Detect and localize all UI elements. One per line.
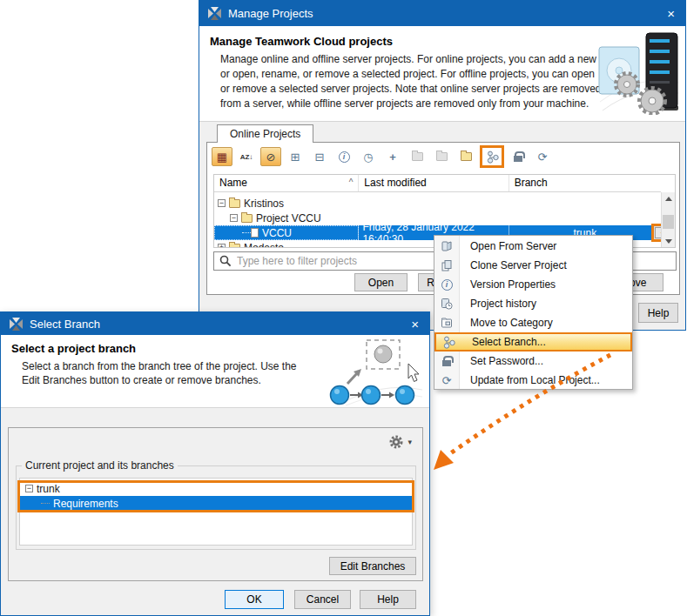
rename-project-button[interactable]: [431, 147, 452, 166]
history-icon: ◷: [363, 151, 373, 163]
update-icon: ⟳: [538, 151, 548, 163]
edit-branches-button[interactable]: Edit Branches: [329, 557, 416, 575]
menu-item-project-history[interactable]: Project history: [434, 294, 632, 313]
row-label: Kristinos: [244, 198, 284, 210]
menu-item-label: Version Properties: [470, 278, 556, 291]
version-properties-button[interactable]: i: [333, 147, 354, 166]
header-title: Select a project branch: [11, 342, 136, 355]
clone-server-project-icon: [434, 259, 459, 271]
expand-expander-icon[interactable]: [218, 244, 226, 247]
show-categorized-view-button[interactable]: ▦: [212, 147, 232, 166]
cancel-button[interactable]: Cancel: [294, 590, 351, 609]
scroll-up-button[interactable]: [662, 192, 676, 204]
folder-icon: [241, 214, 253, 223]
select-branch-icon: [486, 151, 499, 164]
menu-item-select-branch[interactable]: Select Branch...: [434, 332, 632, 352]
column-header-last-modified[interactable]: Last modified: [359, 175, 509, 191]
column-header-branch[interactable]: Branch: [509, 175, 661, 191]
arrowhead: [434, 450, 454, 470]
branch-selection-panel: ▾ Current project and its branches trunk…: [8, 427, 423, 581]
row-more-highlight-frame: ...: [651, 224, 661, 242]
menu-item-clone-server-project[interactable]: Clone Server Project: [434, 256, 632, 275]
menu-item-label: Move to Category: [470, 317, 553, 329]
menu-item-move-to-category[interactable]: Move to Category: [434, 313, 632, 332]
ok-button[interactable]: OK: [225, 590, 284, 609]
scroll-down-button[interactable]: [662, 235, 676, 247]
table-header-row: Name ^ Last modified Branch: [214, 175, 661, 192]
branch-highlight-frame: [17, 480, 414, 512]
menu-item-label: Update from Local Project...: [470, 374, 600, 386]
expand-all-icon: ⊞: [291, 151, 300, 163]
row-label: VCCU: [262, 227, 292, 239]
filter-icon: ⊘: [266, 151, 276, 163]
move-to-category-icon: [434, 317, 459, 329]
project-context-menu: Open From Server Clone Server Project i …: [434, 235, 633, 390]
branch-tree-illustration: [328, 338, 424, 407]
tree-connector: [242, 232, 251, 233]
collapse-all-button[interactable]: ⊟: [309, 147, 330, 166]
branch-tree: trunk Requirements: [19, 478, 413, 546]
move-to-category-button[interactable]: [455, 147, 476, 166]
menu-item-label: Project history: [470, 298, 536, 310]
manage-projects-header: Manage Teamwork Cloud projects Manage on…: [199, 26, 685, 122]
options-gear-button[interactable]: ▾: [389, 435, 412, 449]
add-project-button[interactable]: +: [382, 147, 403, 166]
move-to-category-icon: [461, 152, 472, 161]
collapse-expander-icon[interactable]: [230, 214, 238, 222]
groupbox-label: Current project and its branches: [22, 459, 178, 472]
expand-all-button[interactable]: ⊞: [285, 147, 306, 166]
column-header-name[interactable]: Name ^: [214, 175, 359, 191]
app-logo-icon: [208, 7, 221, 20]
open-button[interactable]: Open: [354, 273, 407, 291]
set-password-button[interactable]: [508, 147, 529, 166]
version-properties-icon: i: [434, 279, 459, 291]
sort-alphabetically-button[interactable]: AZ↓: [236, 147, 257, 166]
scroll-down-icon: [665, 239, 672, 244]
current-project-groupbox: Current project and its branches trunk R…: [16, 465, 416, 550]
select-branch-button[interactable]: [480, 145, 504, 168]
select-branch-titlebar: Select Branch ×: [1, 312, 429, 335]
menu-item-version-properties[interactable]: i Version Properties: [434, 275, 632, 294]
folder-icon: [436, 152, 448, 161]
more-options-button[interactable]: ...: [655, 227, 661, 238]
header-description: Manage online and offline server project…: [220, 52, 602, 111]
open-from-server-icon: [434, 240, 459, 252]
folder-icon: [412, 152, 423, 161]
vertical-scrollbar[interactable]: [661, 192, 675, 247]
folder-icon: [229, 199, 240, 208]
set-password-icon: [434, 356, 459, 366]
menu-item-label: Open From Server: [470, 240, 556, 252]
info-icon: i: [339, 151, 350, 163]
update-from-local-project-icon: ⟳: [434, 375, 459, 386]
collapse-expander-icon[interactable]: [218, 199, 226, 207]
row-label: Project VCCU: [256, 212, 321, 224]
sort-asc-icon: ^: [349, 177, 354, 187]
collapse-all-icon: ⊟: [315, 151, 325, 163]
show-filter-button[interactable]: ⊘: [260, 147, 281, 166]
projects-toolbar: ▦ AZ↓ ⊘ ⊞ ⊟ i ◷ +: [212, 145, 553, 168]
close-icon[interactable]: ×: [409, 318, 421, 331]
update-from-local-project-button[interactable]: ⟳: [532, 147, 553, 166]
tab-online-projects[interactable]: Online Projects: [217, 124, 313, 143]
sort-az-icon: AZ↓: [240, 153, 253, 161]
help-button[interactable]: Help: [638, 303, 678, 323]
add-icon: +: [389, 151, 396, 163]
project-history-button[interactable]: ◷: [358, 147, 379, 166]
folder-icon: [229, 244, 240, 248]
menu-item-set-password[interactable]: Set Password...: [434, 352, 632, 371]
close-icon[interactable]: ×: [665, 7, 677, 20]
select-branch-header: Select a project branch Select a branch …: [1, 335, 429, 408]
select-branch-dialog: Select Branch × Select a project branch …: [0, 311, 430, 616]
menu-item-label: Set Password...: [470, 355, 543, 367]
header-description: Select a branch from the branch tree of …: [22, 359, 299, 387]
select-branch-icon: [436, 336, 461, 349]
search-icon: [219, 255, 232, 267]
table-row-kristinos[interactable]: Kristinos: [214, 196, 661, 211]
help-button[interactable]: Help: [360, 590, 416, 609]
open-project-button[interactable]: [407, 147, 428, 166]
row-label: Modesto: [244, 242, 284, 248]
menu-item-open-from-server[interactable]: Open From Server: [434, 237, 632, 256]
column-label: Branch: [515, 177, 548, 189]
scrollbar-thumb[interactable]: [663, 215, 674, 229]
menu-item-update-from-local-project[interactable]: ⟳ Update from Local Project...: [434, 371, 632, 390]
